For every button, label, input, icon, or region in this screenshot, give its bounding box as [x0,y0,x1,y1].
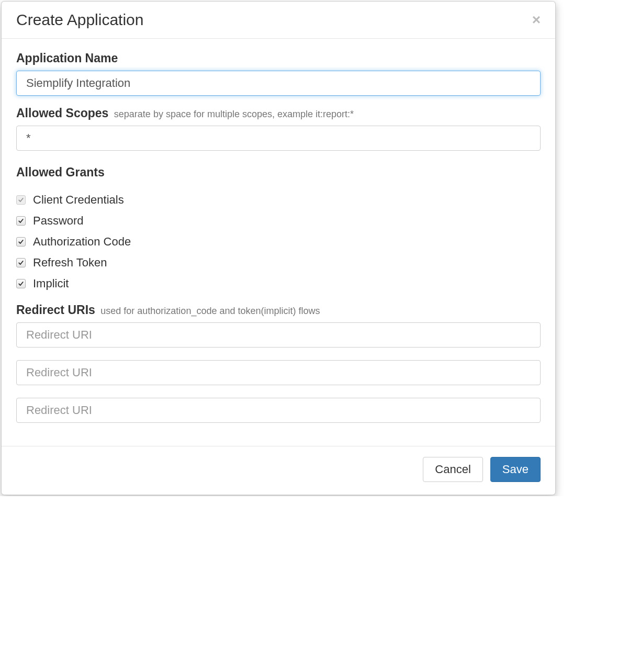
grant-label: Authorization Code [33,235,131,249]
cancel-button[interactable]: Cancel [423,457,482,482]
application-name-input[interactable] [16,71,541,96]
allowed-scopes-label: Allowed Scopes [16,106,108,120]
allowed-grants-group: Allowed Grants Client CredentialsPasswor… [16,165,541,290]
grant-label: Client Credentials [33,193,124,207]
redirect-uri-input[interactable] [16,360,541,385]
allowed-scopes-group: Allowed Scopes separate by space for mul… [16,106,541,151]
redirect-uris-group: Redirect URIs used for authorization_cod… [16,303,541,423]
allowed-scopes-input[interactable] [16,126,541,151]
grant-checkbox[interactable] [16,279,26,288]
grant-row: Refresh Token [16,256,541,270]
application-name-group: Application Name [16,51,541,96]
modal-title: Create Application [16,11,144,29]
grant-checkbox[interactable] [16,216,26,226]
modal-header: Create Application × [2,2,555,39]
grant-row: Client Credentials [16,193,541,207]
grant-label: Password [33,214,84,228]
grant-row: Authorization Code [16,235,541,249]
redirect-uris-hint: used for authorization_code and token(im… [100,306,320,316]
save-button[interactable]: Save [490,457,541,482]
grant-label: Implicit [33,277,69,290]
grant-checkbox[interactable] [16,258,26,267]
redirect-uris-label: Redirect URIs [16,303,95,317]
close-icon: × [532,12,541,28]
application-name-label: Application Name [16,51,118,65]
allowed-scopes-hint: separate by space for multiple scopes, e… [114,109,354,119]
grant-row: Password [16,214,541,228]
redirect-uri-input[interactable] [16,398,541,423]
allowed-grants-label: Allowed Grants [16,165,541,180]
create-application-modal: Create Application × Application Name Al… [1,1,556,495]
grant-row: Implicit [16,277,541,290]
grant-label: Refresh Token [33,256,107,270]
grant-checkbox[interactable] [16,237,26,247]
close-button[interactable]: × [532,13,541,27]
modal-body: Application Name Allowed Scopes separate… [2,39,555,446]
redirect-uri-input[interactable] [16,322,541,348]
grant-checkbox [16,195,26,205]
modal-footer: Cancel Save [2,446,555,495]
